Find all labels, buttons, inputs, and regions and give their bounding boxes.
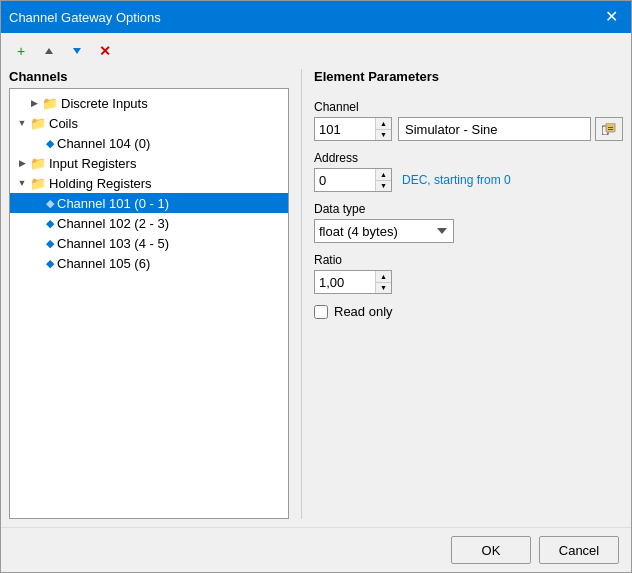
channel-icon-104: ◆ [46, 137, 54, 150]
data-type-field-group: Data type float (4 bytes) int (2 bytes) … [314, 202, 623, 243]
data-type-select[interactable]: float (4 bytes) int (2 bytes) uint (2 by… [314, 219, 454, 243]
tree-item-label: Channel 105 (6) [57, 256, 150, 271]
ratio-spinbox[interactable]: ▲ ▼ [314, 270, 392, 294]
expand-ch103-icon: ▶ [30, 235, 46, 251]
close-button[interactable]: ✕ [599, 5, 623, 29]
ratio-row: ▲ ▼ [314, 270, 623, 294]
ratio-spin-buttons: ▲ ▼ [375, 271, 391, 293]
main-content: Channels ▶ 📁 Discrete Inputs ▼ 📁 Coils [1, 69, 631, 527]
expand-ch104-icon: ▶ [30, 135, 46, 151]
data-type-row: float (4 bytes) int (2 bytes) uint (2 by… [314, 219, 623, 243]
expand-input-icon: ▶ [14, 155, 30, 171]
tree-item-input-registers[interactable]: ▶ 📁 Input Registers [10, 153, 288, 173]
tree-item-label: Channel 103 (4 - 5) [57, 236, 169, 251]
tree-item-channel-103[interactable]: ▶ ◆ Channel 103 (4 - 5) [10, 233, 288, 253]
channel-icon-102: ◆ [46, 217, 54, 230]
channel-field-group: Channel ▲ ▼ [314, 100, 623, 141]
expand-holding-icon: ▼ [14, 175, 30, 191]
title-bar: Channel Gateway Options ✕ [1, 1, 631, 33]
tree-item-channel-102[interactable]: ▶ ◆ Channel 102 (2 - 3) [10, 213, 288, 233]
address-input[interactable] [315, 169, 375, 191]
cancel-button[interactable]: Cancel [539, 536, 619, 564]
read-only-checkbox[interactable] [314, 305, 328, 319]
expand-ch101-icon: ▶ [30, 195, 46, 211]
address-spin-buttons: ▲ ▼ [375, 169, 391, 191]
down-arrow-icon [72, 46, 82, 56]
tree-item-coils[interactable]: ▼ 📁 Coils [10, 113, 288, 133]
channel-gateway-dialog: Channel Gateway Options ✕ + ✕ Channels ▶… [0, 0, 632, 573]
expand-ch105-icon: ▶ [30, 255, 46, 271]
delete-button[interactable]: ✕ [93, 39, 117, 63]
browse-button[interactable] [595, 117, 623, 141]
channels-tree[interactable]: ▶ 📁 Discrete Inputs ▼ 📁 Coils ▶ ◆ Channe [9, 88, 289, 519]
folder-icon-holding: 📁 [30, 176, 46, 191]
channel-icon-105: ◆ [46, 257, 54, 270]
folder-icon-coils: 📁 [30, 116, 46, 131]
expand-discrete-icon: ▶ [26, 95, 42, 111]
toolbar: + ✕ [1, 33, 631, 69]
browse-icon [602, 123, 616, 135]
expand-coils-icon: ▼ [14, 115, 30, 131]
move-down-button[interactable] [65, 39, 89, 63]
ratio-label: Ratio [314, 253, 623, 267]
element-parameters-title: Element Parameters [314, 69, 623, 84]
channel-spinbox[interactable]: ▲ ▼ [314, 117, 392, 141]
folder-icon-input: 📁 [30, 156, 46, 171]
expand-ch102-icon: ▶ [30, 215, 46, 231]
vertical-divider [301, 69, 302, 519]
ratio-input[interactable] [315, 271, 375, 293]
tree-item-label: Input Registers [49, 156, 136, 171]
tree-item-channel-101[interactable]: ▶ ◆ Channel 101 (0 - 1) [10, 193, 288, 213]
channel-icon-101: ◆ [46, 197, 54, 210]
tree-item-channel-105[interactable]: ▶ ◆ Channel 105 (6) [10, 253, 288, 273]
channel-spin-up[interactable]: ▲ [376, 118, 391, 130]
address-label: Address [314, 151, 623, 165]
tree-item-label: Coils [49, 116, 78, 131]
address-row: ▲ ▼ DEC, starting from 0 [314, 168, 623, 192]
tree-item-label: Channel 102 (2 - 3) [57, 216, 169, 231]
ratio-spin-down[interactable]: ▼ [376, 283, 391, 294]
ratio-spin-up[interactable]: ▲ [376, 271, 391, 283]
tree-item-label: Holding Registers [49, 176, 152, 191]
tree-item-discrete-inputs[interactable]: ▶ 📁 Discrete Inputs [10, 93, 288, 113]
folder-icon: 📁 [42, 96, 58, 111]
channel-spin-down[interactable]: ▼ [376, 130, 391, 141]
address-spin-down[interactable]: ▼ [376, 181, 391, 192]
ok-button[interactable]: OK [451, 536, 531, 564]
address-spin-up[interactable]: ▲ [376, 169, 391, 181]
dialog-title: Channel Gateway Options [9, 10, 161, 25]
channel-input[interactable] [315, 118, 375, 140]
right-panel: Element Parameters Channel ▲ ▼ [314, 69, 623, 519]
channel-row: ▲ ▼ [314, 117, 623, 141]
data-type-label: Data type [314, 202, 623, 216]
left-panel: Channels ▶ 📁 Discrete Inputs ▼ 📁 Coils [9, 69, 289, 519]
channel-spin-buttons: ▲ ▼ [375, 118, 391, 140]
channel-label: Channel [314, 100, 623, 114]
move-up-button[interactable] [37, 39, 61, 63]
add-button[interactable]: + [9, 39, 33, 63]
tree-item-label: Discrete Inputs [61, 96, 148, 111]
ratio-field-group: Ratio ▲ ▼ [314, 253, 623, 294]
tree-item-label: Channel 104 (0) [57, 136, 150, 151]
read-only-row: Read only [314, 304, 623, 319]
address-field-group: Address ▲ ▼ DEC, starting from 0 [314, 151, 623, 192]
address-hint: DEC, starting from 0 [402, 173, 511, 187]
up-arrow-icon [44, 46, 54, 56]
channel-icon-103: ◆ [46, 237, 54, 250]
address-spinbox[interactable]: ▲ ▼ [314, 168, 392, 192]
tree-item-channel-104[interactable]: ▶ ◆ Channel 104 (0) [10, 133, 288, 153]
tree-item-label: Channel 101 (0 - 1) [57, 196, 169, 211]
channel-name-group [398, 117, 623, 141]
read-only-label[interactable]: Read only [334, 304, 393, 319]
tree-item-holding-registers[interactable]: ▼ 📁 Holding Registers [10, 173, 288, 193]
channel-name-input[interactable] [398, 117, 591, 141]
channels-label: Channels [9, 69, 289, 84]
dialog-footer: OK Cancel [1, 527, 631, 572]
